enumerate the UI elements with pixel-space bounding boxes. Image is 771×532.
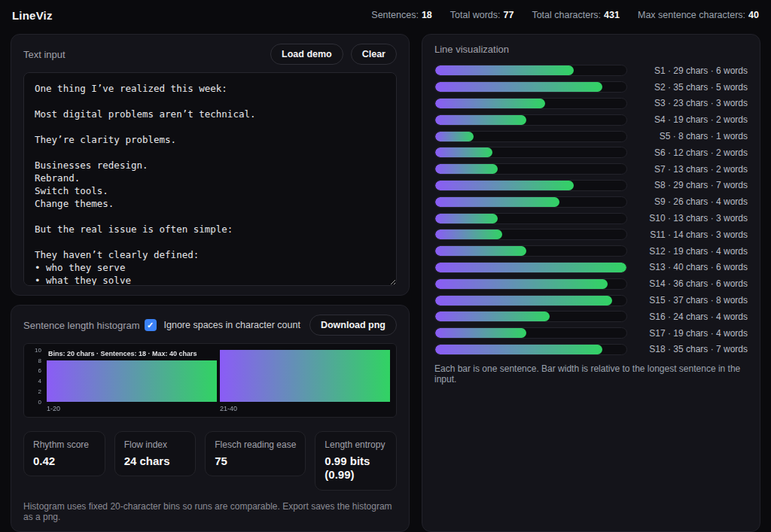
sentence-bar-row: S1 · 29 chars · 6 words xyxy=(434,62,748,79)
metric-card: Length entropy0.99 bits (0.99) xyxy=(315,431,397,491)
text-input-area[interactable] xyxy=(23,72,397,286)
sentence-bar-label: S3 · 23 chars · 3 words xyxy=(636,98,748,108)
sentence-bar-label: S16 · 24 chars · 4 words xyxy=(636,312,748,322)
sentence-bar-fill xyxy=(435,312,550,321)
header-stat: Total characters:431 xyxy=(532,10,620,20)
histogram-plot: Bins: 20 chars · Sentences: 18 · Max: 40… xyxy=(47,350,390,402)
sentence-bar-track xyxy=(434,114,627,126)
sentence-bar-row: S12 · 19 chars · 4 words xyxy=(434,243,748,260)
text-input-actions: Load demo Clear xyxy=(270,44,397,65)
sentence-bar-label: S18 · 35 chars · 7 words xyxy=(636,344,748,354)
metric-card-label: Length entropy xyxy=(325,439,387,450)
load-demo-button[interactable]: Load demo xyxy=(270,44,343,65)
metric-card-value: 24 chars xyxy=(124,454,187,469)
y-tick-label: 8 xyxy=(38,357,41,363)
sentence-bar-track xyxy=(434,98,627,109)
sentence-bar-row: S2 · 35 chars · 5 words xyxy=(434,79,748,96)
sentence-bar-fill xyxy=(435,181,574,190)
sentence-bar-fill xyxy=(435,214,498,223)
sentence-bar-label: S17 · 19 chars · 4 words xyxy=(636,328,748,339)
text-input-title: Text input xyxy=(23,49,66,60)
line-viz-panel: Line visualization S1 · 29 chars · 6 wor… xyxy=(422,34,760,532)
histogram-bar xyxy=(47,360,217,402)
sentence-bar-row: S18 · 35 chars · 7 words xyxy=(434,342,748,358)
sentence-bar-row: S11 · 14 chars · 3 words xyxy=(434,226,748,243)
sentence-bar-label: S7 · 13 chars · 2 words xyxy=(636,164,748,175)
y-tick-label: 0 xyxy=(38,398,41,405)
metric-card: Flow index24 chars xyxy=(114,431,197,477)
histogram-annotation: Bins: 20 chars · Sentences: 18 · Max: 40… xyxy=(48,350,197,357)
sentence-bar-row: S15 · 37 chars · 8 words xyxy=(434,292,748,309)
sentence-bar-track xyxy=(434,245,627,257)
sentence-bar-label: S14 · 36 chars · 6 words xyxy=(636,278,748,289)
sentence-bar-row: S16 · 24 chars · 4 words xyxy=(434,309,748,325)
metric-cards: Rhythm score0.42Flow index24 charsFlesch… xyxy=(23,431,397,491)
sentence-bar-fill xyxy=(435,99,545,108)
ignore-spaces-label: Ignore spaces in character count xyxy=(164,320,300,330)
sentence-bar-label: S15 · 37 chars · 8 words xyxy=(636,295,748,306)
histogram-actions: ✓ Ignore spaces in character count Downl… xyxy=(145,315,397,336)
sentence-bar-track xyxy=(434,65,627,76)
text-input-panel: Text input Load demo Clear xyxy=(11,34,410,296)
sentence-bar-row: S6 · 12 chars · 2 words xyxy=(434,144,748,161)
histogram-x-axis: 1-2021-40 xyxy=(47,402,390,414)
sentence-bar-label: S2 · 35 chars · 5 words xyxy=(636,82,748,93)
line-viz-caption: Each bar is one sentence. Bar width is r… xyxy=(434,363,748,385)
clear-button[interactable]: Clear xyxy=(351,44,397,65)
sentence-bar-track xyxy=(434,131,627,142)
app-title: LineViz xyxy=(12,9,53,22)
sentence-bar-label: S1 · 29 chars · 6 words xyxy=(636,65,748,76)
metric-card-value: 0.99 bits (0.99) xyxy=(325,454,387,483)
main-content: Text input Load demo Clear Sentence leng… xyxy=(0,30,771,532)
metric-card: Rhythm score0.42 xyxy=(23,431,105,477)
sentence-bar-label: S5 · 8 chars · 1 words xyxy=(636,131,748,141)
check-icon: ✓ xyxy=(147,321,154,330)
line-viz-bars: S1 · 29 chars · 6 wordsS2 · 35 chars · 5… xyxy=(434,62,748,357)
sentence-bar-row: S3 · 23 chars · 3 words xyxy=(434,96,748,112)
sentence-bar-track xyxy=(434,163,627,175)
sentence-bar-track xyxy=(434,262,627,273)
sentence-bar-label: S12 · 19 chars · 4 words xyxy=(636,246,748,257)
sentence-bar-label: S8 · 29 chars · 7 words xyxy=(636,180,748,190)
sentence-bar-label: S9 · 26 chars · 4 words xyxy=(636,196,748,207)
sentence-bar-fill xyxy=(435,246,526,256)
ignore-spaces-checkbox[interactable]: ✓ xyxy=(145,319,157,331)
header-stat: Total words:77 xyxy=(450,10,514,20)
sentence-bar-fill xyxy=(435,279,608,289)
sentence-bar-label: S11 · 14 chars · 3 words xyxy=(636,230,748,240)
sentence-bar-track xyxy=(434,213,627,224)
sentence-bar-track xyxy=(434,311,627,322)
x-tick-label: 1-20 xyxy=(47,405,60,412)
sentence-bar-row: S8 · 29 chars · 7 words xyxy=(434,178,748,194)
metric-card-value: 0.42 xyxy=(33,454,96,469)
sentence-bar-row: S9 · 26 chars · 4 words xyxy=(434,193,748,210)
histogram-plot-wrap: Bins: 20 chars · Sentences: 18 · Max: 40… xyxy=(47,350,390,414)
sentence-bar-track xyxy=(434,196,627,208)
sentence-bar-label: S4 · 19 chars · 2 words xyxy=(636,114,748,125)
histogram-y-axis: 0246810 xyxy=(29,350,47,402)
app-root: LineViz Sentences:18Total words:77Total … xyxy=(0,0,771,532)
sentence-bar-track xyxy=(434,147,627,158)
download-png-button[interactable]: Download png xyxy=(309,315,397,336)
sentence-bar-label: S10 · 13 chars · 3 words xyxy=(636,213,748,223)
y-tick-label: 4 xyxy=(38,378,41,385)
sentence-bar-row: S5 · 8 chars · 1 words xyxy=(434,128,748,144)
sentence-bar-track xyxy=(434,229,627,240)
y-tick-label: 2 xyxy=(38,388,41,394)
sentence-bar-fill xyxy=(435,147,492,157)
header-stat: Max sentence characters:40 xyxy=(638,10,759,20)
sentence-bar-track xyxy=(434,295,627,306)
sentence-bar-track xyxy=(434,327,627,339)
header-stats: Sentences:18Total words:77Total characte… xyxy=(371,10,759,20)
sentence-bar-track xyxy=(434,344,627,355)
sentence-bar-label: S13 · 40 chars · 6 words xyxy=(636,262,748,272)
left-column: Text input Load demo Clear Sentence leng… xyxy=(11,34,410,532)
sentence-bar-track xyxy=(434,81,627,93)
text-input-panel-header: Text input Load demo Clear xyxy=(23,44,397,65)
sentence-bar-row: S14 · 36 chars · 6 words xyxy=(434,275,748,292)
sentence-bar-fill xyxy=(435,164,498,174)
sentence-bar-fill xyxy=(435,197,559,207)
sentence-bar-fill xyxy=(435,65,574,75)
metric-card: Flesch reading ease75 xyxy=(205,431,306,477)
sentence-bar-row: S13 · 40 chars · 6 words xyxy=(434,260,748,276)
